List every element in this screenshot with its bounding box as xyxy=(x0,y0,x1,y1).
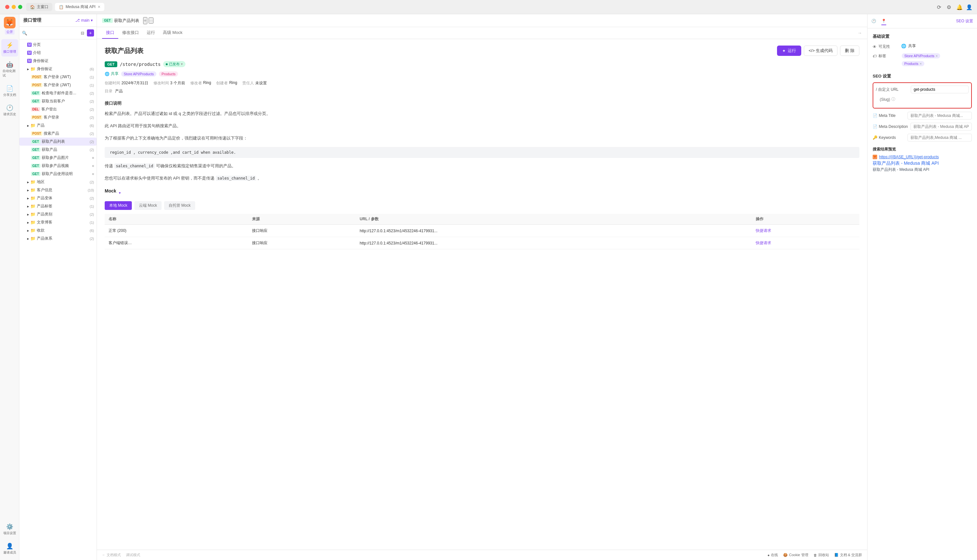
tree-item-get-product-video[interactable]: GET 获取参产品视频 xyxy=(19,162,97,170)
tab-run[interactable]: 运行 xyxy=(143,27,159,39)
mock-tab-self[interactable]: 自托管 Mock xyxy=(164,201,195,210)
add-tab-button[interactable]: + xyxy=(143,17,147,24)
tags-list: Store API/Products × xyxy=(901,53,941,59)
tree-item-login-jwt-2-label: 客户登录 (JWT) xyxy=(43,82,88,88)
custom-url-input[interactable] xyxy=(911,86,969,93)
search-input[interactable] xyxy=(29,31,78,35)
tree-folder-product-variant[interactable]: ▸ 📁 产品变体 (2) xyxy=(19,194,97,202)
status-dropdown-icon[interactable]: ▾ xyxy=(181,62,183,66)
run-button[interactable]: ✦ 运行 xyxy=(777,45,801,56)
preview-link[interactable]: https://{{BASE_URL}}/get-products xyxy=(879,155,939,159)
mock-row-2-action[interactable]: 快捷请求 xyxy=(756,241,771,245)
m-icon-3: M xyxy=(27,59,32,63)
tree-item-login-jwt-2[interactable]: POST 客户登录 (JWT) (1) xyxy=(19,81,97,89)
tree-item-pagination[interactable]: M 分页 xyxy=(19,41,97,49)
tree-folder-region[interactable]: ▸ 📁 地区 (2) xyxy=(19,178,97,186)
mock-tab-local[interactable]: 本地 Mock xyxy=(105,201,132,210)
docs-community-btn[interactable]: 📘 文档 & 交流群 xyxy=(834,553,862,557)
tree-item-get-product-manual[interactable]: GET 获取产品使用说明 xyxy=(19,170,97,178)
sidebar-item-docs[interactable]: 📄 分享文档 xyxy=(1,82,18,100)
mock-tab-cloud[interactable]: 云端 Mock xyxy=(134,201,162,210)
debug-mode-btn[interactable]: 调试模式 xyxy=(126,553,140,557)
tree-folder-product-variant-label: 产品变体 xyxy=(37,195,88,201)
tree-item-intro[interactable]: M 介绍 xyxy=(19,49,97,57)
tree-folder-customer-info[interactable]: ▸ 📁 客户信息 (10) xyxy=(19,186,97,194)
tree-item-search-products[interactable]: POST 搜索产品 (2) xyxy=(19,130,97,138)
delete-button[interactable]: 删 除 xyxy=(840,45,859,56)
settings-icon[interactable]: ⚙ xyxy=(947,4,952,10)
tab-interface[interactable]: 接口 xyxy=(102,27,118,39)
gen-code-button[interactable]: </> 生成代码 xyxy=(804,45,837,56)
minimize-button[interactable] xyxy=(12,5,16,9)
keywords-input[interactable] xyxy=(907,134,972,142)
tree-folder-payment-label: 收款 xyxy=(37,228,88,233)
tree-folder-product-tag[interactable]: ▸ 📁 产品标签 (1) xyxy=(19,202,97,210)
tree-folder-payment-count: (6) xyxy=(90,228,94,233)
sidebar-item-settings[interactable]: ⚙️ 项目设置 xyxy=(1,521,18,538)
tab-modify[interactable]: 修改接口 xyxy=(118,27,143,39)
mock-expand-icon[interactable]: ▾ xyxy=(119,191,121,195)
dot-icon-2 xyxy=(92,165,94,167)
sidebar-item-history[interactable]: 🕐 请求历史 xyxy=(1,102,18,119)
tab-medusa[interactable]: 📋 Medusa 商城 API ✕ xyxy=(55,3,104,11)
tab-mock[interactable]: 高级 Mock xyxy=(159,27,187,39)
tree-folder-payment[interactable]: ▸ 📁 收款 (6) xyxy=(19,227,97,235)
tree-item-auth-doc[interactable]: M 身份验证 xyxy=(19,57,97,65)
tree-folder-products[interactable]: ▸ 📁 产品 (6) xyxy=(19,122,97,130)
api-title: 获取产品列表 xyxy=(105,47,143,55)
doc-mode-btn[interactable]: ← 文档模式 xyxy=(102,553,121,557)
tab-close-icon[interactable]: ✕ xyxy=(98,5,100,9)
tree-folder-blog[interactable]: ▸ 📁 文章博客 (1) xyxy=(19,218,97,227)
mock-row-1-action[interactable]: 快捷请求 xyxy=(756,228,771,233)
meta-title-input[interactable] xyxy=(907,112,972,120)
tree-item-logout[interactable]: DEL 客户登出 (2) xyxy=(19,105,97,113)
rp-tab-pin[interactable]: 📍 xyxy=(881,17,886,25)
tag-pill-1-close[interactable]: × xyxy=(935,54,938,58)
sidebar-item-api[interactable]: ⚡ 接口管理 xyxy=(1,39,18,57)
rp-tab-clock[interactable]: 🕐 xyxy=(871,17,876,25)
tree-folder-product-system-count: (2) xyxy=(90,237,94,241)
sidebar-item-invite[interactable]: 👤 邀请成员 xyxy=(1,540,18,557)
tree-item-get-customer[interactable]: GET 获取当前客户 (2) xyxy=(19,97,97,105)
cookie-btn[interactable]: 🍪 Cookie 管理 xyxy=(783,553,808,557)
tree-title: 接口管理 xyxy=(23,17,42,23)
tree-item-check-email[interactable]: GET 检查电子邮件是否… (2) xyxy=(19,89,97,97)
mock-col-source: 来源 xyxy=(248,214,356,225)
count-2: (1) xyxy=(90,83,94,87)
folder-expand-icon-7: ▸ xyxy=(27,212,29,217)
tree-item-get-product-images-label: 获取参产品图片 xyxy=(42,155,91,160)
help-icon[interactable]: ⓘ xyxy=(891,97,895,102)
more-tabs-button[interactable]: ··· xyxy=(148,17,153,23)
tree-item-get-products[interactable]: GET 获取产品列表 (2) xyxy=(19,138,97,146)
maximize-button[interactable] xyxy=(18,5,22,9)
online-indicator[interactable]: ● 在线 xyxy=(768,553,778,557)
sidebar-item-auto[interactable]: 🤖 自动化测试 xyxy=(1,58,18,80)
tree-folder-products-count: (6) xyxy=(90,124,94,128)
tree-item-login[interactable]: POST 客户登录 (2) xyxy=(19,113,97,122)
tree-item-get-product-images[interactable]: GET 获取参产品图片 xyxy=(19,154,97,162)
mock-row-1-url: http://127.0.0.1:4523/m1/4532246-4179931… xyxy=(356,225,752,237)
api-desc-text-4: 传递 sales_channel_id 可确保仅检索指定销售渠道中可用的产品。 xyxy=(105,163,236,168)
run-label: 运行 xyxy=(788,48,796,53)
tree-folder-product-system[interactable]: ▸ 📁 产品体系 (2) xyxy=(19,235,97,243)
tag-pill-2-close[interactable]: × xyxy=(919,62,922,65)
tree-item-get-product[interactable]: GET 获取产品 (2) xyxy=(19,146,97,154)
tree-folder-product-category[interactable]: ▸ 📁 产品类别 (2) xyxy=(19,210,97,218)
trash-btn[interactable]: 🗑 回收站 xyxy=(814,553,829,557)
tree-item-login-jwt-1[interactable]: POST 客户登录 (JWT) (1) xyxy=(19,73,97,81)
filter-button[interactable]: ⊟ xyxy=(80,30,85,36)
bell-icon[interactable]: 🔔 xyxy=(956,4,962,10)
close-button[interactable] xyxy=(5,5,9,9)
folder-icon-9: 📁 xyxy=(30,228,35,233)
tab-home[interactable]: 🏠 主窗口 xyxy=(26,3,52,11)
rp-seo-label[interactable]: SEO 设置 xyxy=(956,18,973,24)
meta-desc-input[interactable] xyxy=(910,123,972,130)
tree-folder-product-system-label: 产品体系 xyxy=(37,236,88,241)
arrow-right-icon[interactable]: → xyxy=(857,30,862,35)
refresh-icon[interactable]: ⟳ xyxy=(937,4,943,10)
add-button[interactable]: + xyxy=(87,29,94,37)
branch-button[interactable]: ⎇ main ▾ xyxy=(75,18,93,23)
tags-list-2: Products × xyxy=(901,60,941,67)
tree-folder-auth[interactable]: ▸ 📁 身份验证 (6) xyxy=(19,65,97,73)
avatar-icon[interactable]: 👤 xyxy=(966,4,972,10)
